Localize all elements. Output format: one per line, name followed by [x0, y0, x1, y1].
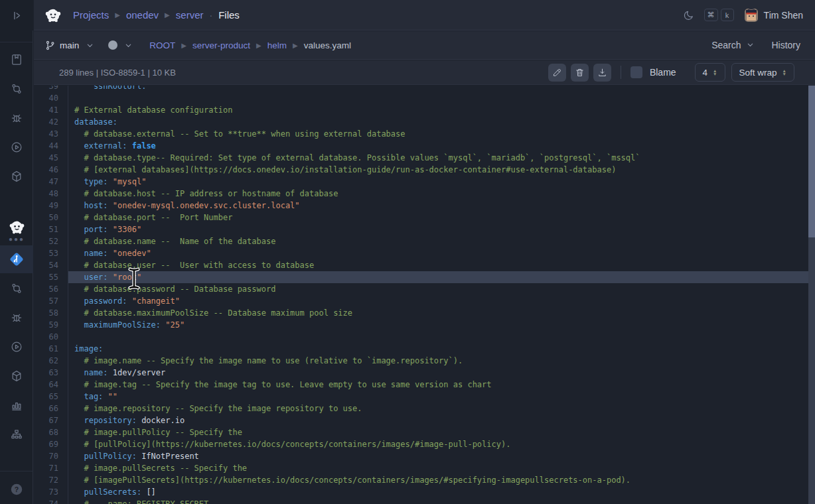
breadcrumb-separator: ▶ [115, 11, 120, 19]
path-server-product[interactable]: server-product [192, 40, 250, 50]
path-root[interactable]: ROOT [149, 40, 175, 50]
line-number[interactable]: 59 [34, 319, 68, 331]
download-file-button[interactable] [593, 64, 611, 82]
line-number[interactable]: 52 [34, 235, 68, 247]
sidebar-item-pull-requests-2[interactable] [0, 275, 33, 302]
line-number[interactable]: 73 [34, 486, 68, 498]
sidebar-item-builds-2[interactable] [0, 334, 33, 360]
line-number[interactable]: 61 [34, 343, 68, 355]
sidebar-item-help[interactable]: ? [0, 476, 33, 503]
code-viewer[interactable]: 39 sshRootUrl:4041# External database co… [34, 86, 808, 504]
line-number[interactable]: 44 [34, 140, 68, 152]
line-number[interactable]: 64 [34, 379, 68, 391]
line-number[interactable]: 58 [34, 307, 68, 319]
tab-size-select[interactable]: 4 ▲▼ [695, 63, 725, 82]
revision-selector[interactable] [108, 40, 132, 50]
sidebar-item-docs[interactable] [0, 46, 33, 73]
breadcrumb-onedev[interactable]: onedev [126, 9, 159, 21]
sidebar-item-packages[interactable] [0, 163, 33, 190]
code-line: 59 maximumPoolSize: "25" [34, 319, 808, 331]
line-number[interactable]: 69 [34, 438, 68, 450]
shortcut-k-key: k [721, 9, 734, 21]
sidebar-item-hierarchy[interactable] [0, 421, 33, 448]
wrap-mode-select[interactable]: Soft wrap ▲▼ [731, 63, 794, 82]
line-number[interactable]: 40 [34, 92, 68, 104]
line-number[interactable]: 41 [34, 104, 68, 116]
line-number[interactable]: 46 [34, 164, 68, 176]
line-number[interactable]: 67 [34, 414, 68, 426]
vertical-scrollbar-thumb[interactable] [808, 86, 815, 237]
code-line: 67 repository: docker.io [34, 414, 808, 426]
revision-circle-icon [108, 40, 117, 50]
line-number[interactable]: 54 [34, 259, 68, 271]
code-line-text: external: false [68, 140, 808, 152]
sidebar-item-pull-requests[interactable] [0, 76, 33, 102]
code-line: 64 # image.tag -- Specify the image tag … [34, 379, 808, 391]
journal-icon [10, 53, 23, 66]
line-number[interactable]: 45 [34, 152, 68, 164]
breadcrumb-server[interactable]: server [176, 9, 204, 21]
code-line-text: # External database configuration [68, 104, 808, 116]
user-avatar-image [745, 9, 758, 22]
line-number[interactable]: 48 [34, 188, 68, 200]
line-number[interactable]: 47 [34, 176, 68, 188]
line-number[interactable]: 43 [34, 128, 68, 140]
code-line-text: tag: "" [68, 391, 808, 403]
code-line: 68 # image.pullPolicy -- Specify the [34, 426, 808, 438]
path-helm[interactable]: helm [267, 40, 287, 50]
sidebar-item-statistics[interactable] [0, 392, 33, 418]
edit-file-button[interactable] [548, 64, 566, 82]
line-number[interactable]: 50 [34, 212, 68, 223]
sidebar-item-builds[interactable] [0, 134, 33, 160]
user-name[interactable]: Tim Shen [764, 10, 803, 21]
line-number[interactable]: 65 [34, 391, 68, 403]
sidebar-item-issues-2[interactable] [0, 304, 33, 331]
expand-sidebar-button[interactable] [0, 0, 33, 31]
line-number[interactable]: 49 [34, 200, 68, 212]
line-number[interactable]: 66 [34, 403, 68, 414]
code-line: 69 # [pullPolicy](https://kubernetes.io/… [34, 438, 808, 450]
line-number[interactable]: 51 [34, 223, 68, 235]
code-line: 49 host: "onedev-mysql.onedev.svc.cluste… [34, 200, 808, 212]
sidebar-item-issues[interactable] [0, 105, 33, 131]
line-number[interactable]: 72 [34, 474, 68, 486]
search-menu[interactable]: Search [711, 40, 754, 50]
code-line-text: type: "mysql" [68, 176, 808, 188]
delete-file-button[interactable] [571, 64, 589, 82]
code-line: 55 user: "root" [34, 271, 808, 283]
code-line-text: # image.tag -- Specify the image tag to … [68, 379, 808, 391]
code-line: 71 # image.pullSecrets -- Specify the [34, 462, 808, 474]
code-line: 48 # database.host -- IP address or host… [34, 188, 808, 200]
code-line: 43 # database.external -- Set to **true*… [34, 128, 808, 140]
code-line: 74 # - name: REGISTRY-SECRET [34, 498, 808, 504]
code-line-text: name: "onedev" [68, 247, 808, 259]
line-number[interactable]: 53 [34, 247, 68, 259]
breadcrumb-projects[interactable]: Projects [73, 9, 109, 21]
line-number[interactable]: 70 [34, 450, 68, 462]
line-number[interactable]: 56 [34, 283, 68, 295]
line-number[interactable]: 62 [34, 355, 68, 367]
line-number[interactable]: 42 [34, 116, 68, 128]
code-line: 62 # image.name -- Specify the image nam… [34, 355, 808, 367]
download-icon [597, 68, 607, 78]
breadcrumb-separator: ▶ [165, 11, 170, 19]
blame-checkbox[interactable] [630, 66, 642, 78]
bar-chart-icon [10, 399, 23, 412]
line-number[interactable]: 68 [34, 426, 68, 438]
line-number[interactable]: 55 [34, 271, 68, 283]
chevron-down-icon [125, 42, 132, 49]
line-number[interactable]: 74 [34, 498, 68, 504]
sidebar-item-code-active[interactable] [0, 245, 33, 273]
line-number[interactable]: 71 [34, 462, 68, 474]
sidebar-item-packages-2[interactable] [0, 363, 33, 389]
line-number[interactable]: 39 [34, 86, 68, 92]
more-icon[interactable]: ●●● [0, 235, 33, 243]
code-line-text: # [pullPolicy](https://kubernetes.io/doc… [68, 438, 808, 450]
line-number[interactable]: 63 [34, 367, 68, 379]
dark-mode-icon[interactable] [683, 9, 695, 21]
line-number[interactable]: 57 [34, 295, 68, 307]
branch-selector[interactable]: main [44, 40, 94, 51]
user-avatar[interactable] [745, 9, 758, 22]
history-link[interactable]: History [771, 40, 800, 50]
line-number[interactable]: 60 [34, 331, 68, 343]
